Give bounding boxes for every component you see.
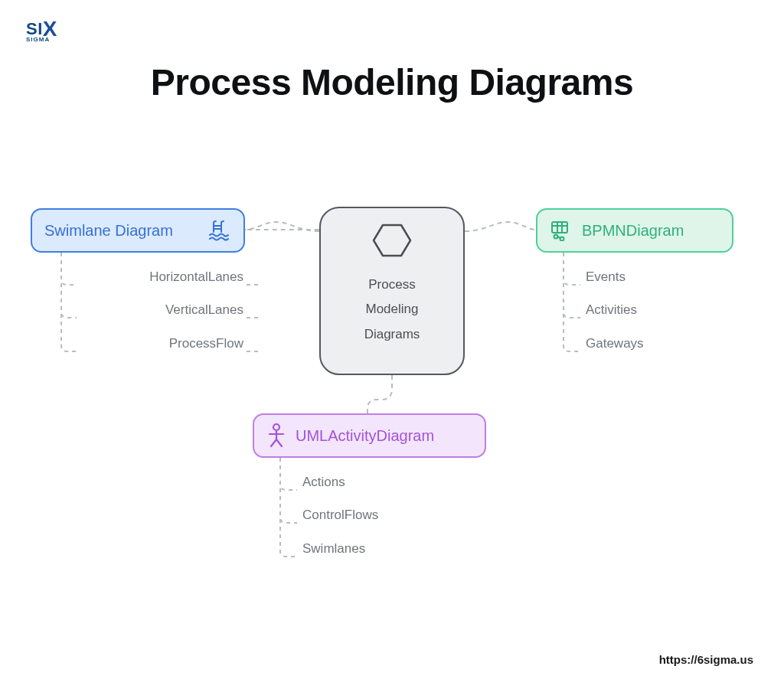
bpmn-sublist: Events Activities Gateways	[586, 260, 644, 360]
uml-item-2: ControlFlows	[302, 498, 378, 531]
svg-marker-0	[374, 225, 410, 256]
hexagon-icon	[372, 222, 412, 262]
svg-rect-1	[552, 222, 567, 233]
branch-swimlane: Swimlane Diagram	[31, 208, 245, 253]
footer-url: https://6sigma.us	[659, 653, 753, 666]
center-node: Process Modeling Diagrams	[319, 207, 465, 375]
center-line-2: Modeling	[364, 297, 420, 322]
center-line-1: Process	[364, 273, 420, 297]
person-icon	[266, 423, 286, 449]
bpmn-item-2: Activities	[586, 293, 644, 326]
swimlane-item-1: HorizontalLanes	[83, 260, 243, 293]
center-node-text: Process Modeling Diagrams	[364, 273, 420, 347]
swimlane-sublist: HorizontalLanes VerticalLanes ProcessFlo…	[83, 260, 243, 360]
branch-uml-label: UMLActivityDiagram	[296, 427, 434, 445]
branch-swimlane-label: Swimlane Diagram	[44, 222, 173, 240]
swimlane-item-3: ProcessFlow	[83, 327, 243, 360]
uml-item-3: Swimlanes	[302, 532, 378, 565]
uml-sublist: Actions ControlFlows Swimlanes	[302, 465, 378, 565]
swimlane-item-2: VerticalLanes	[83, 293, 243, 326]
bpmn-item-3: Gateways	[586, 327, 644, 360]
uml-item-1: Actions	[302, 465, 378, 498]
center-line-3: Diagrams	[364, 322, 420, 347]
svg-point-4	[273, 424, 279, 430]
branch-uml: UMLActivityDiagram	[253, 413, 486, 458]
pool-icon	[208, 220, 231, 241]
table-nodes-icon	[550, 220, 573, 241]
bpmn-item-1: Events	[586, 260, 644, 293]
branch-bpmn: BPMNDiagram	[536, 208, 733, 253]
branch-bpmn-label: BPMNDiagram	[582, 222, 684, 240]
diagram-stage: Process Modeling Diagrams Swimlane Diagr…	[0, 0, 784, 689]
